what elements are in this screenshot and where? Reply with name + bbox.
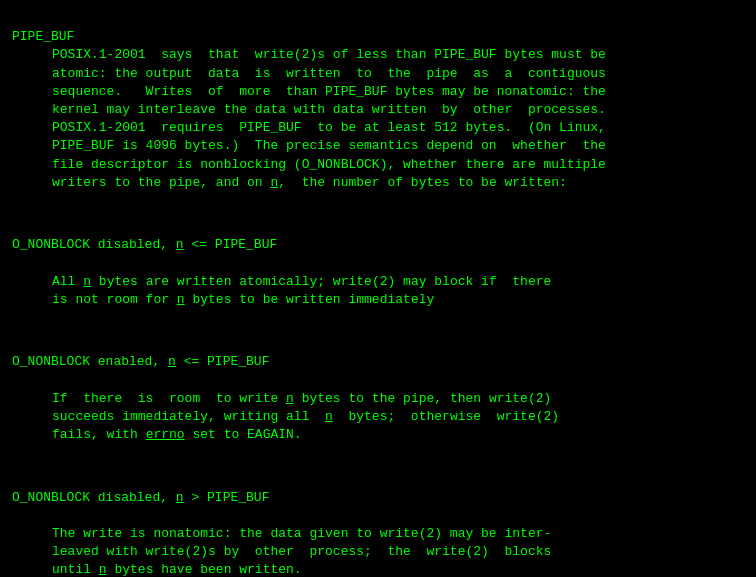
terminal-content: PIPE_BUF POSIX.1-2001 says that write(2)…: [12, 10, 744, 577]
n-ref-s1c: n: [177, 292, 185, 307]
n-ref-s1: n: [176, 237, 184, 252]
intro-paragraph: POSIX.1-2001 says that write(2)s of less…: [12, 46, 744, 192]
n-ref-s3b: n: [99, 562, 107, 577]
n-ref-1: n: [270, 175, 278, 190]
n-ref-s2c: n: [325, 409, 333, 424]
section2-body: If there is room to write n bytes to the…: [12, 390, 744, 445]
pipe-buf-title: PIPE_BUF: [12, 29, 74, 44]
n-ref-s3: n: [176, 490, 184, 505]
section3-header: O_NONBLOCK disabled, n > PIPE_BUF: [12, 489, 744, 507]
n-ref-s2b: n: [286, 391, 294, 406]
n-ref-s1b: n: [83, 274, 91, 289]
errno-ref-s2: errno: [146, 427, 185, 442]
n-ref-s2: n: [168, 354, 176, 369]
section1-header: O_NONBLOCK disabled, n <= PIPE_BUF: [12, 236, 744, 254]
section1-body: All n bytes are written atomically; writ…: [12, 273, 744, 309]
section2-header: O_NONBLOCK enabled, n <= PIPE_BUF: [12, 353, 744, 371]
section3-body: The write is nonatomic: the data given t…: [12, 525, 744, 577]
